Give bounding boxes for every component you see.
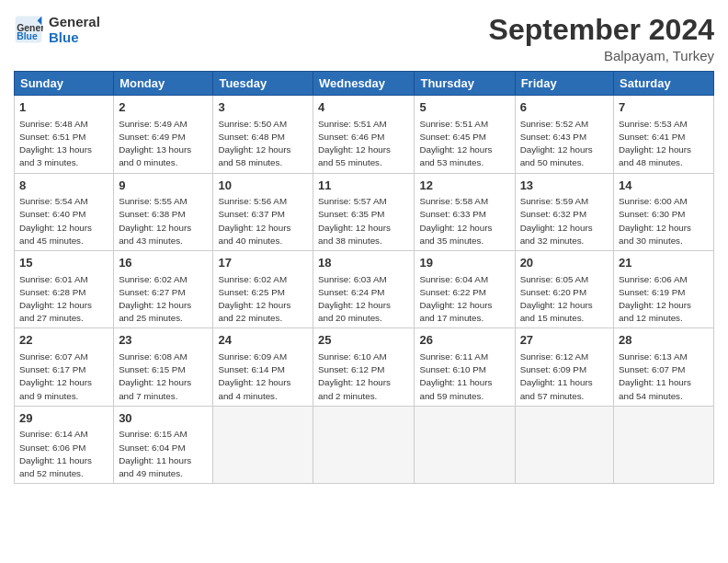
col-friday: Friday [515,72,613,96]
day-cell-18: 18 Sunrise: 6:03 AMSunset: 6:24 PMDaylig… [313,251,415,328]
day-cell-11: 11 Sunrise: 5:57 AMSunset: 6:35 PMDaylig… [313,173,415,250]
day-cell-23: 23 Sunrise: 6:08 AMSunset: 6:15 PMDaylig… [114,328,213,406]
day-cell-13: 13 Sunrise: 5:59 AMSunset: 6:32 PMDaylig… [515,173,613,250]
day-cell-26: 26 Sunrise: 6:11 AMSunset: 6:10 PMDaylig… [415,328,515,406]
col-sunday: Sunday [15,72,114,96]
logo: General Blue General Blue [14,14,100,45]
day-cell-27: 27 Sunrise: 6:12 AMSunset: 6:09 PMDaylig… [515,328,613,406]
day-cell-empty [213,406,313,483]
day-cell-29: 29 Sunrise: 6:14 AMSunset: 6:06 PMDaylig… [15,406,114,483]
col-tuesday: Tuesday [213,72,313,96]
day-cell-30: 30 Sunrise: 6:15 AMSunset: 6:04 PMDaylig… [114,406,213,483]
day-cell-12: 12 Sunrise: 5:58 AMSunset: 6:33 PMDaylig… [415,173,515,250]
day-cell-21: 21 Sunrise: 6:06 AMSunset: 6:19 PMDaylig… [614,251,714,328]
col-saturday: Saturday [614,72,714,96]
logo-general: General [49,14,100,29]
table-row: 8 Sunrise: 5:54 AMSunset: 6:40 PMDayligh… [15,173,714,250]
day-cell-17: 17 Sunrise: 6:02 AMSunset: 6:25 PMDaylig… [213,251,313,328]
col-monday: Monday [114,72,213,96]
day-cell-24: 24 Sunrise: 6:09 AMSunset: 6:14 PMDaylig… [213,328,313,406]
day-cell-empty [415,406,515,483]
col-thursday: Thursday [415,72,515,96]
svg-text:Blue: Blue [17,31,38,41]
calendar-header-row: Sunday Monday Tuesday Wednesday Thursday… [15,72,714,96]
day-cell-15: 15 Sunrise: 6:01 AMSunset: 6:28 PMDaylig… [15,251,114,328]
table-row: 22 Sunrise: 6:07 AMSunset: 6:17 PMDaylig… [15,328,714,406]
logo-blue: Blue [49,29,100,45]
day-cell-1: 1 Sunrise: 5:48 AMSunset: 6:51 PMDayligh… [15,96,114,173]
day-cell-empty [515,406,613,483]
day-cell-4: 4 Sunrise: 5:51 AMSunset: 6:46 PMDayligh… [313,96,415,173]
table-row: 1 Sunrise: 5:48 AMSunset: 6:51 PMDayligh… [15,96,714,173]
day-cell-9: 9 Sunrise: 5:55 AMSunset: 6:38 PMDayligh… [114,173,213,250]
title-block: September 2024 Balpayam, Turkey [489,14,714,63]
table-row: 15 Sunrise: 6:01 AMSunset: 6:28 PMDaylig… [15,251,714,328]
calendar-page: General Blue General Blue September 2024… [0,0,728,563]
day-cell-14: 14 Sunrise: 6:00 AMSunset: 6:30 PMDaylig… [614,173,714,250]
day-cell-2: 2 Sunrise: 5:49 AMSunset: 6:49 PMDayligh… [114,96,213,173]
day-cell-empty [313,406,415,483]
location-subtitle: Balpayam, Turkey [489,48,714,63]
day-cell-20: 20 Sunrise: 6:05 AMSunset: 6:20 PMDaylig… [515,251,613,328]
day-cell-22: 22 Sunrise: 6:07 AMSunset: 6:17 PMDaylig… [15,328,114,406]
day-cell-5: 5 Sunrise: 5:51 AMSunset: 6:45 PMDayligh… [415,96,515,173]
day-cell-19: 19 Sunrise: 6:04 AMSunset: 6:22 PMDaylig… [415,251,515,328]
day-cell-3: 3 Sunrise: 5:50 AMSunset: 6:48 PMDayligh… [213,96,313,173]
day-cell-6: 6 Sunrise: 5:52 AMSunset: 6:43 PMDayligh… [515,96,613,173]
day-cell-25: 25 Sunrise: 6:10 AMSunset: 6:12 PMDaylig… [313,328,415,406]
day-cell-28: 28 Sunrise: 6:13 AMSunset: 6:07 PMDaylig… [614,328,714,406]
month-title: September 2024 [489,14,714,46]
day-cell-10: 10 Sunrise: 5:56 AMSunset: 6:37 PMDaylig… [213,173,313,250]
calendar-table: Sunday Monday Tuesday Wednesday Thursday… [14,71,714,484]
day-cell-empty [614,406,714,483]
header: General Blue General Blue September 2024… [14,14,714,63]
day-cell-7: 7 Sunrise: 5:53 AMSunset: 6:41 PMDayligh… [614,96,714,173]
day-cell-16: 16 Sunrise: 6:02 AMSunset: 6:27 PMDaylig… [114,251,213,328]
table-row: 29 Sunrise: 6:14 AMSunset: 6:06 PMDaylig… [15,406,714,483]
col-wednesday: Wednesday [313,72,415,96]
logo-icon: General Blue [14,15,43,44]
day-cell-8: 8 Sunrise: 5:54 AMSunset: 6:40 PMDayligh… [15,173,114,250]
